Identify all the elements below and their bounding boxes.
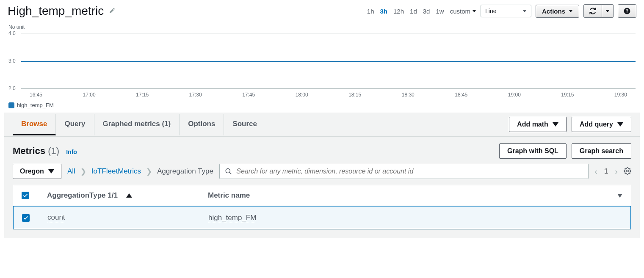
column-aggregation-type[interactable]: AggregationType 1/1 xyxy=(47,191,208,200)
search-box[interactable] xyxy=(219,164,589,179)
check-icon xyxy=(22,193,28,198)
y-tick: 4.0 xyxy=(8,30,16,36)
prev-page-button[interactable]: ‹ xyxy=(594,167,597,176)
legend[interactable]: high_temp_FM xyxy=(8,102,636,108)
metrics-heading: Metrics (1) xyxy=(13,146,62,156)
time-range-3d[interactable]: 3d xyxy=(423,8,430,15)
tab-options[interactable]: Options xyxy=(180,114,224,135)
row-aggregation-value: count xyxy=(47,213,65,222)
info-link[interactable]: Info xyxy=(66,149,77,155)
tab-query[interactable]: Query xyxy=(56,114,94,135)
time-range-1h[interactable]: 1h xyxy=(367,8,374,15)
add-query-button[interactable]: Add query xyxy=(572,117,631,132)
data-line xyxy=(21,61,636,62)
tab-browse[interactable]: Browse xyxy=(13,114,56,135)
breadcrumb-current: Aggregation Type xyxy=(157,167,213,176)
x-tick: 17:45 xyxy=(242,92,255,98)
gear-icon xyxy=(624,167,631,175)
chart: No unit 4.0 3.0 2.0 16:45 17:00 17:15 17… xyxy=(0,18,644,113)
tabs: Browse Query Graphed metrics (1) Options… xyxy=(13,114,265,135)
caret-down-icon xyxy=(605,10,610,12)
breadcrumb-namespace[interactable]: IoTFleetMetrics xyxy=(91,167,141,176)
add-math-button[interactable]: Add math xyxy=(509,117,567,132)
page-number: 1 xyxy=(604,167,608,176)
chart-type-value: Line xyxy=(485,8,496,14)
x-tick: 17:30 xyxy=(189,92,202,98)
x-tick: 17:15 xyxy=(136,92,149,98)
column-metric-name[interactable]: Metric name xyxy=(208,191,605,200)
next-page-button[interactable]: › xyxy=(615,167,618,176)
x-tick: 19:15 xyxy=(561,92,574,98)
tab-source[interactable]: Source xyxy=(224,114,265,135)
breadcrumb: All ❯ IoTFleetMetrics ❯ Aggregation Type xyxy=(67,167,213,176)
triangle-down-icon xyxy=(48,169,54,173)
svg-line-3 xyxy=(229,172,231,174)
y-tick: 2.0 xyxy=(8,85,16,91)
region-value: Oregon xyxy=(20,168,44,175)
triangle-down-icon xyxy=(553,122,558,127)
caret-down-icon xyxy=(569,10,573,12)
time-range-1d[interactable]: 1d xyxy=(410,8,417,15)
time-range-12h[interactable]: 12h xyxy=(393,8,404,15)
x-tick: 16:45 xyxy=(30,92,42,98)
pager: ‹ 1 › xyxy=(594,167,618,176)
metrics-table: AggregationType 1/1 Metric name count hi… xyxy=(13,185,631,230)
x-tick: 19:30 xyxy=(614,92,627,98)
filter-icon[interactable] xyxy=(617,194,622,198)
time-range-1w[interactable]: 1w xyxy=(436,8,444,15)
check-icon xyxy=(23,215,29,221)
refresh-button[interactable] xyxy=(583,4,602,18)
graph-search-button[interactable]: Graph search xyxy=(572,143,631,159)
table-row[interactable]: count high_temp_FM xyxy=(13,206,631,229)
chart-type-select[interactable]: Line xyxy=(481,5,531,17)
add-math-label: Add math xyxy=(517,121,548,128)
row-metric-value: high_temp_FM xyxy=(208,214,256,222)
tab-graphed-metrics[interactable]: Graphed metrics (1) xyxy=(94,114,180,135)
custom-label: custom xyxy=(450,8,470,15)
svg-point-4 xyxy=(627,170,629,172)
table-header: AggregationType 1/1 Metric name xyxy=(13,185,631,206)
add-query-label: Add query xyxy=(580,121,613,128)
legend-swatch-icon xyxy=(8,102,14,108)
caret-down-icon xyxy=(522,10,527,12)
select-all-checkbox[interactable] xyxy=(22,192,29,199)
gridline xyxy=(21,33,636,34)
y-tick: 3.0 xyxy=(8,58,16,64)
actions-button[interactable]: Actions xyxy=(536,5,579,18)
breadcrumb-all[interactable]: All xyxy=(67,167,75,176)
help-button[interactable]: ? xyxy=(618,4,636,18)
settings-button[interactable] xyxy=(624,167,631,176)
help-icon: ? xyxy=(623,7,631,15)
chevron-right-icon: ❯ xyxy=(146,167,152,176)
refresh-menu-button[interactable] xyxy=(602,4,614,18)
metrics-title-text: Metrics xyxy=(13,146,45,156)
time-range-3h[interactable]: 3h xyxy=(380,8,388,15)
page-title: High_temp_metric xyxy=(8,4,104,18)
column-agg-label: AggregationType 1/1 xyxy=(47,191,118,200)
actions-label: Actions xyxy=(542,8,565,15)
search-icon xyxy=(225,168,232,175)
region-select[interactable]: Oregon xyxy=(13,164,61,179)
x-tick: 18:45 xyxy=(455,92,467,98)
caret-down-icon xyxy=(472,10,476,12)
x-tick: 18:30 xyxy=(402,92,415,98)
graph-with-sql-button[interactable]: Graph with SQL xyxy=(499,143,567,159)
chevron-right-icon: ❯ xyxy=(80,167,86,176)
time-range-picker: 1h 3h 12h 1d 3d 1w custom xyxy=(367,8,476,15)
triangle-down-icon xyxy=(617,122,623,127)
x-tick: 18:15 xyxy=(348,92,361,98)
sort-asc-icon xyxy=(126,193,132,198)
edit-title-icon[interactable] xyxy=(109,7,116,15)
svg-text:?: ? xyxy=(626,8,628,14)
x-tick: 17:00 xyxy=(83,92,96,98)
refresh-icon xyxy=(589,7,597,15)
x-tick: 19:00 xyxy=(508,92,521,98)
row-checkbox[interactable] xyxy=(22,214,30,222)
y-axis-label: No unit xyxy=(8,24,636,30)
x-axis xyxy=(21,88,636,89)
time-range-custom[interactable]: custom xyxy=(450,8,476,15)
legend-label: high_temp_FM xyxy=(17,102,54,108)
svg-point-2 xyxy=(226,168,230,173)
search-input[interactable] xyxy=(236,168,583,175)
x-tick: 18:00 xyxy=(296,92,308,98)
